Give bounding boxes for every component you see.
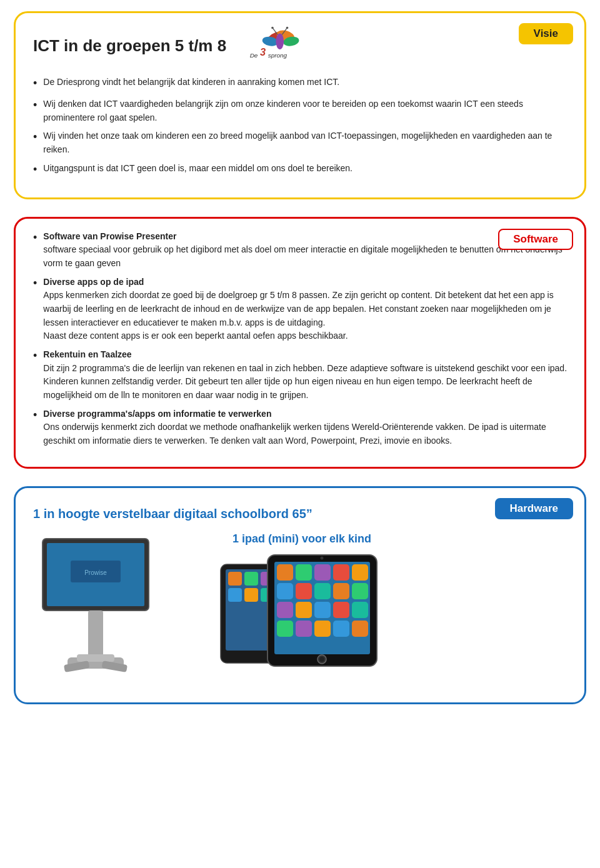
svg-rect-45 <box>314 602 331 618</box>
list-item: Wij denken dat ICT vaardigheden belangri… <box>33 97 567 124</box>
svg-rect-49 <box>296 621 312 637</box>
svg-rect-43 <box>277 602 293 618</box>
svg-rect-36 <box>333 564 349 581</box>
list-item: Uitgangspunt is dat ICT geen doel is, ma… <box>33 162 567 179</box>
svg-rect-23 <box>228 572 242 586</box>
list-item: Rekentuin en Taalzee Dit zijn 2 programm… <box>33 348 567 402</box>
svg-rect-33 <box>277 564 293 581</box>
hardware-images: Prowise 1 ipad (mini) voor elk kind <box>33 532 567 689</box>
svg-rect-27 <box>228 588 242 602</box>
monitor-col: Prowise <box>33 532 158 689</box>
svg-rect-52 <box>352 621 368 637</box>
list-item: Wij vinden het onze taak om kinderen een… <box>33 129 567 156</box>
svg-point-55 <box>321 556 324 559</box>
ipad-title: 1 ipad (mini) voor elk kind <box>232 532 371 546</box>
software-item-body-1: Apps kenmerken zich doordat ze goed bij … <box>43 290 553 341</box>
svg-rect-40 <box>314 583 331 599</box>
svg-rect-51 <box>333 621 349 637</box>
visie-badge: Visie <box>519 23 573 44</box>
svg-point-4 <box>276 34 284 49</box>
svg-rect-34 <box>296 564 312 581</box>
list-item: De Driesprong vindt het belangrijk dat k… <box>33 76 567 92</box>
software-item-body-3: Ons onderwijs kenmerkt zich doordat we m… <box>43 422 546 446</box>
software-item-title-2: Rekentuin en Taalzee <box>43 349 131 359</box>
svg-rect-28 <box>244 588 258 602</box>
logo: De 3 sprong <box>244 24 312 67</box>
svg-rect-39 <box>296 583 312 599</box>
ipad-icon <box>214 552 389 671</box>
software-item-title-0: Software van Prowise Presenter <box>43 231 176 241</box>
svg-rect-18 <box>77 654 114 662</box>
svg-rect-46 <box>333 602 349 618</box>
svg-rect-42 <box>352 583 368 599</box>
software-item-title-1: Diverse apps op de ipad <box>43 277 144 287</box>
svg-rect-47 <box>352 602 368 618</box>
hardware-title: 1 in hoogte verstelbaar digitaal schoolb… <box>33 507 567 521</box>
svg-point-8 <box>286 27 289 29</box>
svg-rect-37 <box>352 564 368 581</box>
hardware-badge: Hardware <box>495 498 573 519</box>
software-badge: Software <box>498 229 573 250</box>
svg-rect-48 <box>277 621 293 637</box>
svg-rect-24 <box>244 572 258 586</box>
page-title: ICT in de groepen 5 t/m 8 <box>33 36 226 56</box>
svg-rect-35 <box>314 564 331 581</box>
svg-point-6 <box>271 27 274 29</box>
svg-text:3: 3 <box>260 46 266 57</box>
hardware-section: Hardware 1 in hoogte verstelbaar digitaa… <box>14 486 586 704</box>
svg-rect-44 <box>296 602 312 618</box>
list-item: Diverse apps op de ipad Apps kenmerken z… <box>33 276 567 343</box>
software-section: Software Software van Prowise Presenter … <box>14 217 586 469</box>
svg-text:sprong: sprong <box>268 52 288 59</box>
visie-bullets: De Driesprong vindt het belangrijk dat k… <box>33 76 567 179</box>
list-item: Software van Prowise Presenter software … <box>33 230 567 271</box>
software-item-title-3: Diverse programma's/apps om informatie t… <box>43 409 271 419</box>
svg-point-54 <box>319 657 324 662</box>
svg-rect-38 <box>277 583 293 599</box>
visie-section: ICT in de groepen 5 t/m 8 <box>14 11 586 199</box>
ipad-col: 1 ipad (mini) voor elk kind <box>214 532 389 671</box>
svg-rect-16 <box>88 611 103 661</box>
list-item: Diverse programma's/apps om informatie t… <box>33 407 567 448</box>
software-item-body-0: software speciaal voor gebruik op het di… <box>43 244 562 268</box>
logo-icon: De 3 sprong <box>244 24 312 67</box>
monitor-icon: Prowise <box>33 532 158 689</box>
svg-text:De: De <box>250 52 258 59</box>
software-item-body-2: Dit zijn 2 programma's die de leerlijn v… <box>43 363 567 400</box>
svg-rect-41 <box>333 583 349 599</box>
svg-text:Prowise: Prowise <box>84 569 107 576</box>
software-bullets: Software van Prowise Presenter software … <box>33 230 567 448</box>
svg-rect-50 <box>314 621 331 637</box>
